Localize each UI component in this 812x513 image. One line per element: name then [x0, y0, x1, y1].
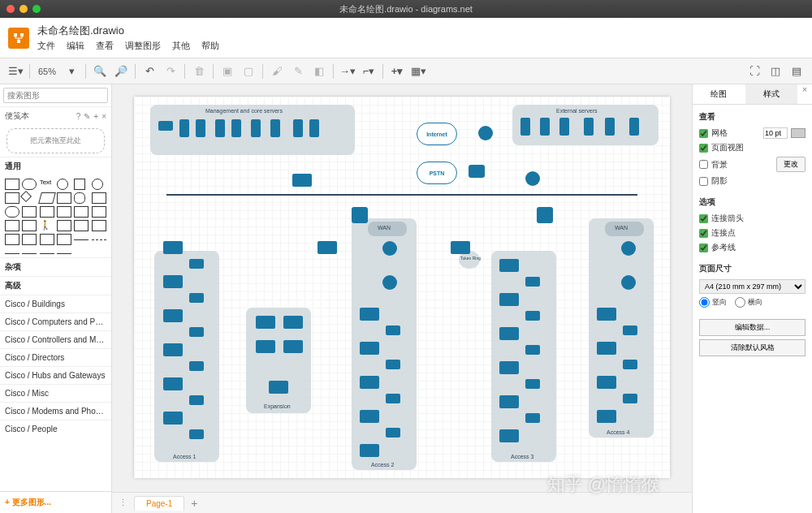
section-advanced[interactable]: 高级 — [0, 276, 111, 295]
portrait-radio[interactable] — [699, 297, 710, 308]
device-switch[interactable] — [623, 325, 637, 335]
shape-arrow[interactable] — [5, 253, 19, 254]
shape-curve[interactable] — [40, 253, 54, 254]
shape-note[interactable] — [92, 206, 106, 218]
menu-extras[interactable]: 其他 — [172, 40, 190, 52]
device-server[interactable] — [629, 118, 639, 136]
device-server[interactable] — [158, 121, 173, 131]
add-page-icon[interactable]: + — [191, 497, 197, 510]
device-server[interactable] — [231, 119, 241, 137]
zoom-level[interactable]: 65% — [35, 63, 59, 80]
arrows-checkbox[interactable] — [699, 214, 708, 223]
grid-color-swatch[interactable] — [791, 128, 806, 138]
connection-icon[interactable]: →▾ — [339, 63, 356, 80]
zoom-in-icon[interactable]: 🔍 — [91, 63, 109, 80]
undo-icon[interactable]: ↶ — [140, 63, 158, 80]
device-switch[interactable] — [525, 345, 540, 355]
tab-diagram[interactable]: 绘图 — [693, 84, 745, 104]
device-switch[interactable] — [292, 174, 312, 187]
device-switch[interactable] — [386, 394, 400, 403]
device-switch[interactable] — [360, 308, 379, 321]
shape-hexagon[interactable] — [57, 192, 71, 204]
canvas-page[interactable]: Management and core servers External ser… — [134, 97, 670, 478]
lib-item[interactable]: Cisco / Directors — [0, 348, 111, 366]
shape-cloud[interactable] — [5, 206, 19, 218]
shape-dashed[interactable] — [92, 239, 106, 240]
section-general[interactable]: 通用 — [0, 157, 111, 175]
device-switch[interactable] — [256, 340, 275, 353]
shape-cylinder[interactable] — [74, 192, 85, 204]
device-switch[interactable] — [283, 340, 303, 353]
close-panel-icon[interactable]: × — [797, 84, 812, 104]
device-server[interactable] — [520, 118, 530, 136]
device-switch[interactable] — [189, 293, 204, 303]
device-switch[interactable] — [499, 395, 519, 408]
scratchpad-dropzone[interactable]: 把元素拖至此处 — [6, 128, 105, 153]
device-router[interactable] — [469, 165, 485, 178]
shape-ellipse[interactable] — [57, 179, 68, 190]
maximize-icon[interactable] — [32, 5, 41, 13]
device-switch[interactable] — [163, 241, 183, 254]
device-router[interactable] — [478, 126, 493, 140]
device-switch[interactable] — [163, 275, 183, 288]
help-icon[interactable]: ? — [76, 112, 81, 121]
sidebar-toggle-icon[interactable]: ☰▾ — [6, 63, 24, 80]
shape-and[interactable] — [74, 220, 89, 231]
device-switch[interactable] — [163, 309, 183, 322]
to-back-icon[interactable]: ▢ — [240, 63, 257, 80]
device-switch[interactable] — [360, 376, 379, 389]
menu-adjust[interactable]: 调整图形 — [125, 40, 161, 52]
device-switch[interactable] — [525, 277, 540, 287]
device-switch[interactable] — [360, 410, 379, 423]
shape-cube[interactable] — [22, 234, 37, 245]
device-core-switch[interactable] — [537, 207, 553, 223]
grid-size-input[interactable] — [763, 127, 788, 139]
shape-diamond[interactable] — [20, 191, 32, 202]
shape-callout[interactable] — [22, 220, 37, 231]
device-router[interactable] — [525, 171, 540, 186]
edit-icon[interactable]: ✎ — [84, 112, 90, 121]
change-button[interactable]: 更改 — [776, 157, 806, 172]
delete-icon[interactable]: 🗑 — [190, 63, 208, 80]
device-server[interactable] — [584, 118, 594, 136]
device-switch[interactable] — [623, 360, 637, 369]
device-router[interactable] — [382, 241, 397, 256]
shape-list[interactable] — [40, 234, 54, 245]
device-server[interactable] — [293, 119, 303, 137]
shape-process[interactable] — [5, 192, 19, 204]
device-router[interactable] — [621, 275, 636, 290]
device-switch[interactable] — [386, 325, 400, 335]
minimize-icon[interactable] — [19, 5, 28, 13]
cloud-pstn[interactable]: PSTN — [417, 162, 457, 184]
device-router[interactable] — [621, 241, 636, 256]
device-switch[interactable] — [283, 316, 303, 329]
device-server[interactable] — [559, 118, 569, 136]
device-server[interactable] — [215, 119, 225, 137]
device-switch[interactable] — [451, 241, 470, 254]
document-name[interactable]: 未命名绘图.drawio — [37, 24, 219, 38]
shape-biarrow[interactable] — [22, 253, 37, 254]
to-front-icon[interactable]: ▣ — [218, 63, 236, 80]
device-switch[interactable] — [499, 361, 519, 374]
insert-icon[interactable]: +▾ — [388, 63, 406, 80]
pages-menu-icon[interactable]: ⋮ — [119, 498, 127, 508]
grid-checkbox[interactable] — [699, 129, 708, 138]
shadow-icon[interactable]: ◧ — [310, 63, 328, 80]
lib-item[interactable]: Cisco / Hubs and Gateways — [0, 366, 111, 384]
shape-or[interactable] — [57, 220, 71, 231]
device-server[interactable] — [251, 119, 261, 137]
shape-square[interactable] — [74, 179, 85, 190]
device-switch[interactable] — [189, 429, 204, 439]
device-switch[interactable] — [189, 395, 204, 405]
device-switch[interactable] — [386, 360, 400, 369]
line-color-icon[interactable]: ✎ — [289, 63, 307, 80]
shape-table[interactable] — [57, 234, 71, 245]
add-icon[interactable]: + — [93, 112, 98, 121]
shape-card[interactable] — [5, 220, 19, 231]
device-switch[interactable] — [269, 381, 288, 394]
device-server[interactable] — [605, 118, 615, 136]
lib-item[interactable]: Cisco / Modems and Phones — [0, 402, 111, 420]
shadow-checkbox[interactable] — [699, 177, 708, 186]
device-switch[interactable] — [256, 316, 275, 329]
device-core-switch[interactable] — [352, 207, 368, 223]
